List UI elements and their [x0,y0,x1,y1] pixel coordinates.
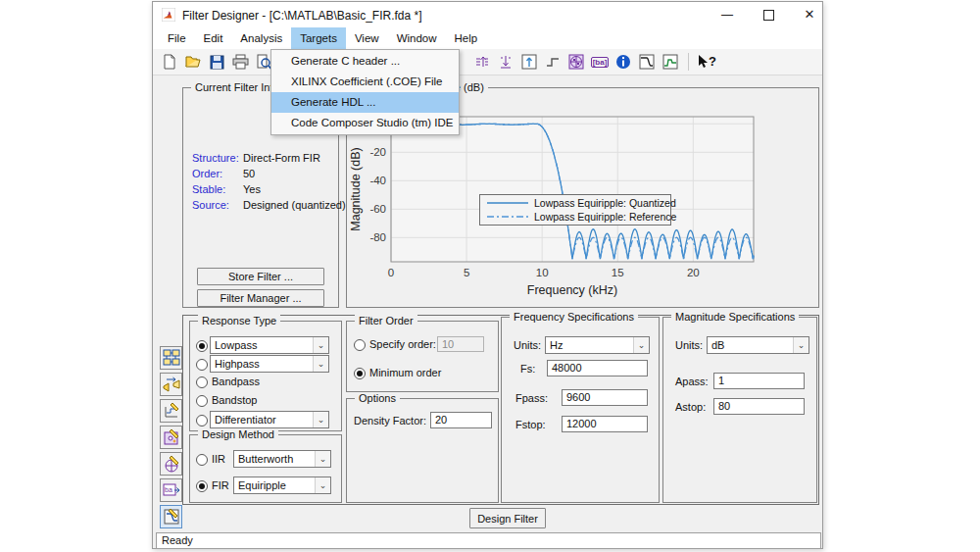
filter-manager-button[interactable]: Filter Manager ... [197,289,324,307]
fir-radio[interactable] [196,480,208,492]
svg-text:0: 0 [388,267,394,278]
lowpass-combo[interactable]: Lowpass⌄ [210,336,329,354]
density-factor-field[interactable]: 20 [430,412,492,428]
chevron-down-icon: ⌄ [313,337,328,353]
minimum-order-radio[interactable] [354,368,366,379]
menu-analysis[interactable]: Analysis [231,27,291,49]
sidebar-multirate-filter-button[interactable] [160,346,182,370]
legend-row-quantized: Lowpass Equiripple: Quantized [480,196,670,210]
svg-text:ba: ba [165,486,172,493]
menu-file[interactable]: File [159,27,195,49]
svg-text:5: 5 [464,267,469,278]
maximize-button[interactable] [748,2,789,27]
open-file-icon[interactable] [182,51,204,73]
menu-view[interactable]: View [346,27,388,49]
phase-delay-icon[interactable] [495,51,516,73]
structure-value: Direct-Form FIR [243,152,320,164]
step-response-icon[interactable] [542,51,564,73]
magnitude-estimate-icon[interactable] [636,51,658,73]
design-method-title: Design Method [198,428,278,440]
fstop-field[interactable]: 12000 [562,416,648,432]
svg-text:-80: -80 [369,231,386,243]
bandstop-radio[interactable] [196,395,208,407]
mag-units-combo[interactable]: dB⌄ [707,336,809,354]
differentiator-radio[interactable] [196,415,208,427]
legend-row-reference: Lowpass Equiripple: Reference [480,210,670,224]
close-button[interactable]: ✕ [789,2,830,27]
store-filter-button[interactable]: Store Filter ... [197,268,324,285]
chevron-down-icon: ⌄ [793,337,808,353]
lowpass-radio[interactable] [196,340,208,352]
source-value: Designed (quantized) [243,199,346,211]
toolbar-separator [688,53,689,71]
menu-item-generate-c-header[interactable]: Generate C header ... [271,51,459,72]
stable-label: Stable: [192,183,225,195]
sidebar-transform-filter-button[interactable] [160,373,182,396]
info-row: Structure: [192,152,239,164]
new-file-icon[interactable] [159,51,180,73]
filter-coefficients-icon[interactable]: [ba] [589,51,611,73]
specify-order-label: Specify order: [369,338,436,350]
bandpass-radio[interactable] [196,376,208,388]
order-value: 50 [243,168,255,179]
fs-label: Fs: [520,363,535,375]
chevron-down-icon: ⌄ [315,451,330,467]
magnitude-specs-title: Magnitude Specifications [671,311,799,323]
maximize-icon [763,10,774,21]
source-label: Source: [192,199,229,211]
filter-information-icon[interactable] [612,51,634,73]
minimize-button[interactable]: — [707,2,748,27]
svg-text:Frequency (kHz): Frequency (kHz) [527,283,617,297]
impulse-response-icon[interactable] [518,51,540,73]
noise-power-icon[interactable] [660,51,681,73]
freq-units-combo[interactable]: Hz⌄ [545,336,650,354]
chevron-down-icon: ⌄ [315,477,330,493]
dashdot-line-icon [486,214,529,220]
response-type-title: Response Type [198,315,280,326]
sidebar-pole-zero-editor-button[interactable] [160,426,182,449]
sidebar-realize-model-button[interactable]: ba [160,478,182,502]
menu-help[interactable]: Help [446,27,487,49]
highpass-radio[interactable] [196,359,208,371]
menu-edit[interactable]: Edit [195,27,232,49]
sidebar-design-filter-button[interactable] [160,505,182,528]
solid-line-icon [486,200,529,206]
svg-text:15: 15 [612,267,624,278]
group-delay-icon[interactable] [471,51,493,73]
svg-text:?: ? [709,54,716,69]
fpass-label: Fpass: [515,392,548,404]
menu-item-xilinx-coe-file[interactable]: XILINX Coefficient (.COE) File [271,72,459,92]
context-help-icon[interactable]: ? [694,51,719,73]
svg-text:10: 10 [536,267,549,278]
options-title: Options [355,392,400,404]
specify-order-radio[interactable] [354,339,366,351]
print-icon[interactable] [229,51,251,73]
astop-label: Astop: [675,401,706,413]
bandstop-label: Bandstop [212,394,257,406]
freq-units-label: Units: [514,339,541,351]
sidebar-set-quantization-button[interactable] [160,399,182,423]
pole-zero-plot-icon[interactable] [565,51,587,73]
iir-radio[interactable] [196,454,208,466]
design-filter-button[interactable]: Design Filter [469,508,546,528]
apass-field[interactable]: 1 [713,373,805,389]
fs-field[interactable]: 48000 [547,360,648,376]
sidebar-import-filter-button[interactable] [160,452,182,476]
save-icon[interactable] [206,51,227,73]
menu-item-code-composer-studio[interactable]: Code Composer Studio (tm) IDE [271,113,459,133]
info-row: Source: [192,199,229,211]
structure-label: Structure: [192,152,239,164]
density-factor-label: Density Factor: [354,415,426,427]
menu-window[interactable]: Window [388,27,446,49]
fpass-field[interactable]: 9600 [562,389,648,406]
astop-field[interactable]: 80 [713,398,805,415]
fir-method-combo[interactable]: Equiripple⌄ [233,477,331,494]
svg-text:20: 20 [687,267,700,278]
iir-method-combo[interactable]: Butterworth⌄ [233,450,331,468]
legend-label-reference: Lowpass Equiripple: Reference [534,211,676,223]
differentiator-combo[interactable]: Differentiator⌄ [210,411,329,428]
menu-item-generate-hdl[interactable]: Generate HDL ... [271,92,459,113]
highpass-combo[interactable]: Highpass⌄ [210,355,329,373]
menu-targets[interactable]: Targets [291,27,346,49]
status-text: Ready [162,534,193,546]
